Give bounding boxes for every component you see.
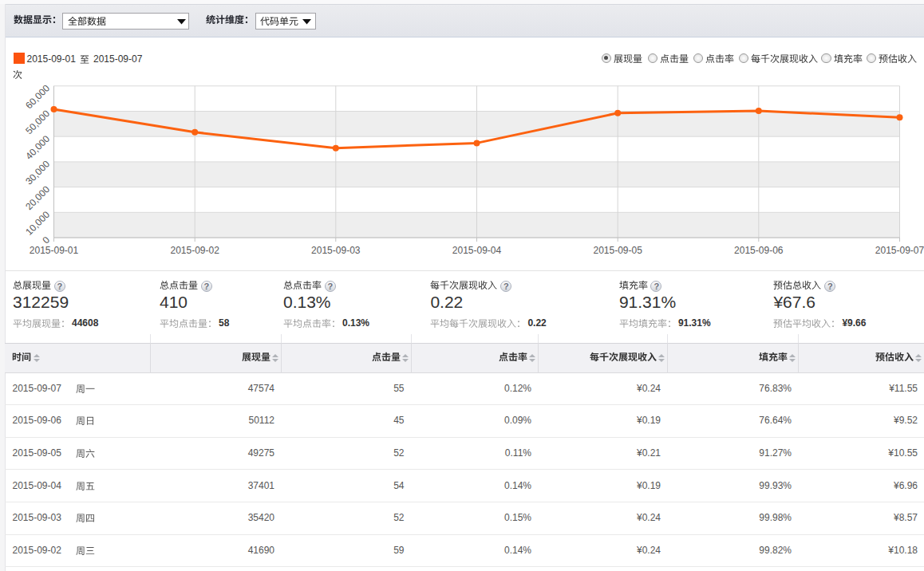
svg-text:60,000: 60,000 (23, 82, 52, 111)
svg-text:50,000: 50,000 (23, 108, 52, 136)
svg-text:2015-09-03: 2015-09-03 (311, 245, 361, 256)
svg-text:40,000: 40,000 (23, 133, 52, 162)
svg-text:2015-09-02: 2015-09-02 (171, 245, 220, 256)
svg-text:2015-09-06: 2015-09-06 (734, 245, 784, 256)
svg-text:2015-09-07: 2015-09-07 (875, 245, 924, 256)
svg-text:2015-09-01: 2015-09-01 (30, 245, 79, 256)
svg-text:20,000: 20,000 (23, 183, 52, 212)
svg-text:30,000: 30,000 (23, 158, 52, 187)
svg-text:2015-09-05: 2015-09-05 (594, 245, 643, 256)
svg-text:2015-09-04: 2015-09-04 (452, 245, 502, 256)
svg-text:10,000: 10,000 (23, 209, 52, 238)
